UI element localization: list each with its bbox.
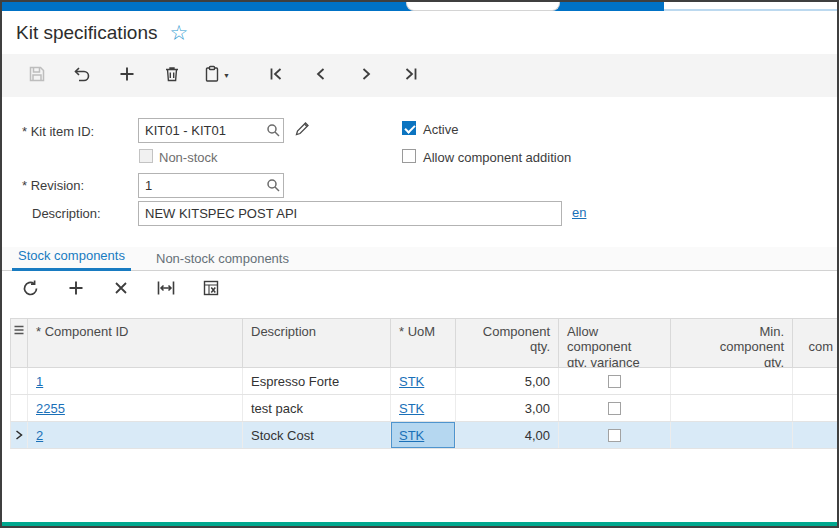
go-first-button[interactable] <box>253 59 298 93</box>
column-header-min-component-qty[interactable]: Min. component qty. <box>671 319 793 367</box>
current-row-arrow-icon <box>15 428 23 443</box>
cell-component-id[interactable]: 2 <box>28 422 243 448</box>
revision-input[interactable] <box>138 173 284 198</box>
language-link[interactable]: en <box>572 205 586 220</box>
cell-min-component-qty[interactable] <box>671 422 793 448</box>
go-last-icon <box>403 66 419 85</box>
kit-specifications-window: Kit specifications ☆ ▼ <box>0 0 839 528</box>
column-header-description[interactable]: Description <box>243 319 391 367</box>
chevron-down-icon: ▼ <box>223 72 230 79</box>
allow-variance-checkbox[interactable] <box>608 402 621 415</box>
tab-stock-components[interactable]: Stock components <box>12 244 131 271</box>
go-next-button[interactable] <box>343 59 388 93</box>
cell-component-id[interactable]: 1 <box>28 368 243 394</box>
grid-toolbar <box>2 271 837 308</box>
cell-cutoff[interactable] <box>793 395 839 421</box>
undo-icon <box>72 65 92 86</box>
app-header-bar <box>2 2 837 11</box>
go-first-icon <box>268 66 284 85</box>
row-selector[interactable] <box>11 368 28 394</box>
allow-component-addition-checkbox[interactable] <box>402 149 416 163</box>
undo-button[interactable] <box>59 59 104 93</box>
row-selector[interactable] <box>11 395 28 421</box>
global-search-pill[interactable] <box>406 2 560 11</box>
plus-icon <box>67 279 85 300</box>
copy-paste-button[interactable]: ▼ <box>194 59 239 93</box>
description-input[interactable] <box>138 201 562 226</box>
non-stock-checkbox[interactable] <box>139 149 153 163</box>
cell-uom-selected[interactable]: STK <box>391 422 456 448</box>
add-row-button[interactable] <box>53 275 98 305</box>
tab-non-stock-components[interactable]: Non-stock components <box>150 247 295 271</box>
kit-item-id-field-wrap <box>138 118 284 143</box>
uom-link[interactable]: STK <box>399 401 424 416</box>
component-id-link[interactable]: 2 <box>36 428 43 443</box>
cell-cutoff[interactable] <box>793 422 839 448</box>
cell-description[interactable]: test pack <box>243 395 391 421</box>
revision-field-wrap <box>138 173 284 198</box>
active-checkbox[interactable] <box>402 121 416 135</box>
cell-component-id[interactable]: 2255 <box>28 395 243 421</box>
delete-button[interactable] <box>149 59 194 93</box>
go-last-button[interactable] <box>388 59 433 93</box>
favorite-star-icon[interactable]: ☆ <box>170 22 189 43</box>
chevron-left-icon <box>313 66 329 85</box>
allow-component-addition-label: Allow component addition <box>423 150 571 165</box>
trash-icon <box>163 65 181 86</box>
row-selector-active[interactable] <box>11 422 28 448</box>
column-header-component-qty[interactable]: Component qty. <box>456 319 559 367</box>
refresh-icon <box>21 279 40 301</box>
description-label: Description: <box>32 206 101 221</box>
cell-min-component-qty[interactable] <box>671 368 793 394</box>
app-header-bar-blue <box>2 2 664 11</box>
cell-component-qty[interactable]: 4,00 <box>456 422 559 448</box>
excel-export-icon <box>202 279 220 300</box>
uom-link[interactable]: STK <box>399 428 424 443</box>
x-icon <box>113 280 129 299</box>
app-header-bar-right <box>664 2 837 11</box>
lookup-magnifier-icon[interactable] <box>266 123 280 140</box>
grid-row[interactable]: 2255 test pack STK 3,00 <box>10 395 839 422</box>
kit-item-id-label: * Kit item ID: <box>22 124 94 139</box>
tab-strip: Stock components Non-stock components <box>2 247 837 271</box>
cell-description[interactable]: Espresso Forte <box>243 368 391 394</box>
allow-variance-checkbox[interactable] <box>608 429 621 442</box>
row-settings-icon <box>13 324 25 339</box>
column-header-allow-variance[interactable]: Allow component qty. variance <box>559 319 671 367</box>
title-bar: Kit specifications ☆ <box>2 11 837 54</box>
cell-uom[interactable]: STK <box>391 395 456 421</box>
lookup-magnifier-icon[interactable] <box>266 178 280 195</box>
clipboard-icon <box>203 65 221 86</box>
stock-components-grid: * Component ID Description * UoM Compone… <box>10 318 839 449</box>
column-header-uom[interactable]: * UoM <box>391 319 456 367</box>
kit-item-id-input[interactable] <box>138 118 284 143</box>
grid-row-selected[interactable]: 2 Stock Cost STK 4,00 <box>10 422 839 449</box>
refresh-button[interactable] <box>8 275 53 305</box>
fit-width-button[interactable] <box>143 275 188 305</box>
grid-header-gutter[interactable] <box>11 319 28 367</box>
uom-link[interactable]: STK <box>399 374 424 389</box>
save-icon <box>28 65 46 86</box>
cell-component-qty[interactable]: 3,00 <box>456 395 559 421</box>
save-button[interactable] <box>14 59 59 93</box>
column-header-component-id[interactable]: * Component ID <box>28 319 243 367</box>
delete-row-button[interactable] <box>98 275 143 305</box>
grid-row[interactable]: 1 Espresso Forte STK 5,00 <box>10 368 839 395</box>
plus-icon <box>118 65 136 86</box>
add-button[interactable] <box>104 59 149 93</box>
go-previous-button[interactable] <box>298 59 343 93</box>
fit-width-icon <box>156 280 176 299</box>
cell-min-component-qty[interactable] <box>671 395 793 421</box>
edit-pencil-icon[interactable] <box>294 121 310 140</box>
column-header-cutoff[interactable]: com <box>793 319 839 367</box>
cell-component-qty[interactable]: 5,00 <box>456 368 559 394</box>
cell-allow-variance <box>559 368 671 394</box>
export-excel-button[interactable] <box>188 275 233 305</box>
cell-description[interactable]: Stock Cost <box>243 422 391 448</box>
component-id-link[interactable]: 2255 <box>36 401 65 416</box>
cell-uom[interactable]: STK <box>391 368 456 394</box>
allow-variance-checkbox[interactable] <box>608 375 621 388</box>
cell-cutoff[interactable] <box>793 368 839 394</box>
status-strip <box>2 522 837 526</box>
component-id-link[interactable]: 1 <box>36 374 43 389</box>
